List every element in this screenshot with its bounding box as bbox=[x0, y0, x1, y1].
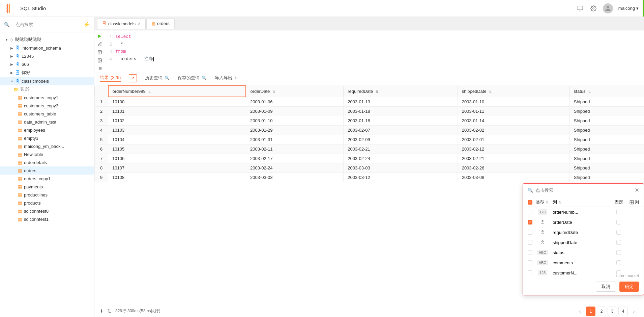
col-sel-row[interactable]: ✓ ⏱ orderDate bbox=[523, 217, 644, 227]
col-header-shippeddate[interactable]: shippedDate ⇅ bbox=[458, 86, 569, 97]
sidebar-item-productlines[interactable]: ▦ productlines bbox=[0, 191, 94, 199]
col-sel-close-button[interactable]: ✕ bbox=[635, 187, 639, 193]
bolt-icon[interactable]: ⚡ bbox=[83, 21, 90, 28]
pin-checkbox[interactable] bbox=[616, 260, 621, 265]
col-sel-row[interactable]: ABC comments bbox=[523, 258, 644, 268]
page-next-button[interactable]: › bbox=[629, 307, 639, 316]
code-editor[interactable]: 1234 select * from orders -- 注释 bbox=[94, 30, 644, 71]
avatar bbox=[603, 3, 613, 14]
confirm-button[interactable]: 确定 bbox=[619, 282, 639, 292]
download-icon[interactable]: ⬇ bbox=[100, 309, 104, 314]
col-sel-checkbox[interactable] bbox=[528, 230, 532, 235]
sidebar-item-classicmodels[interactable]: ▾ 🗄 classicmodels bbox=[0, 77, 94, 85]
sidebar-item-customers_table[interactable]: ▦ customers_table bbox=[0, 110, 94, 118]
sort-icon: ⇅ bbox=[376, 90, 378, 94]
table-icon: ▦ bbox=[18, 111, 22, 116]
result-tab-import[interactable]: 导入导出 ↻ bbox=[215, 75, 238, 82]
col-pin-cell[interactable] bbox=[612, 260, 625, 265]
result-tab-history[interactable]: 历史查询 🔍 bbox=[145, 75, 170, 82]
main-content: 🗄 classicmodels ✕ ▦ orders ▶ bbox=[94, 17, 644, 317]
col-sel-row[interactable]: ⏱ shippedDate bbox=[523, 237, 644, 247]
svg-rect-3 bbox=[98, 51, 101, 54]
page-prev-button[interactable]: ‹ bbox=[575, 307, 585, 316]
sidebar-item-nihao[interactable]: ▶ 🗄 你好 ··· bbox=[0, 68, 94, 77]
pin-checkbox[interactable] bbox=[616, 250, 621, 255]
code-content: select * from orders -- 注释 bbox=[115, 33, 644, 68]
pin-checkbox[interactable] bbox=[616, 240, 621, 245]
type-badge: ABC bbox=[537, 260, 548, 265]
col-pin-cell[interactable] bbox=[612, 230, 625, 235]
page-btn-3[interactable]: 3 bbox=[608, 307, 617, 316]
sidebar-item-NewTable[interactable]: ▦ NewTable bbox=[0, 150, 94, 158]
col-header-status[interactable]: status ⇅ bbox=[569, 86, 644, 97]
col-sel-row[interactable]: ABC status bbox=[523, 247, 644, 258]
sidebar-item-products[interactable]: ▦ products bbox=[0, 199, 94, 207]
sidebar-item-customers_copy1[interactable]: ▦ customers_copy1 bbox=[0, 94, 94, 102]
db-icon: 🗄 bbox=[15, 70, 20, 75]
col-header-orderdate[interactable]: orderDate ⇅ bbox=[246, 86, 343, 97]
table-icon: ▦ bbox=[18, 127, 22, 133]
expand-icon[interactable]: ↗ bbox=[129, 74, 137, 82]
col-sel-search-input[interactable] bbox=[536, 188, 632, 193]
col-pin-cell[interactable] bbox=[612, 250, 625, 255]
sidebar-item-orderdetails[interactable]: ▦ orderdetails bbox=[0, 158, 94, 166]
sidebar-item-employees[interactable]: ▦ employees bbox=[0, 126, 94, 134]
run-button[interactable]: ▶ bbox=[96, 33, 104, 38]
col-pin-cell[interactable] bbox=[612, 210, 625, 214]
col-pin-cell[interactable] bbox=[612, 220, 625, 224]
pin-checkbox[interactable] bbox=[616, 230, 621, 235]
sidebar-search-input[interactable] bbox=[12, 20, 81, 29]
sidebar-item-empty3[interactable]: ▦ empty3 bbox=[0, 134, 94, 142]
cell-orderdate: 2003-01-29 bbox=[246, 126, 343, 135]
sort-icon[interactable]: ⇅ bbox=[108, 309, 111, 314]
expand-arrow-icon: ▶ bbox=[9, 54, 14, 58]
tab-classicmodels[interactable]: 🗄 classicmodels ✕ bbox=[97, 18, 146, 29]
list-button[interactable] bbox=[96, 66, 104, 71]
col-header-requireddate[interactable]: requiredDate ⇅ bbox=[344, 86, 458, 97]
pin-checkbox[interactable] bbox=[616, 210, 621, 214]
sidebar-item-sqlconntest0[interactable]: ▦ sqlconntest0 bbox=[0, 207, 94, 215]
sidebar-item-information_schema[interactable]: ▶ 🗄 information_schema bbox=[0, 44, 94, 52]
close-icon[interactable]: ✕ bbox=[138, 22, 141, 26]
more-market-link[interactable]: more market bbox=[616, 273, 639, 278]
col-name: customerN... bbox=[553, 270, 609, 275]
col-header-ordernumber[interactable]: orderNumber999 ⇅ bbox=[108, 86, 246, 97]
sidebar-item-12345[interactable]: ▶ 🗄 12345 bbox=[0, 52, 94, 60]
pin-checkbox[interactable] bbox=[616, 220, 621, 224]
table-button[interactable] bbox=[96, 50, 104, 55]
settings-icon[interactable] bbox=[589, 4, 597, 12]
sidebar-item-orders[interactable]: ▦ orders bbox=[0, 166, 94, 175]
result-tab-saved[interactable]: 保存的查询 🔍 bbox=[178, 75, 207, 82]
col-sel-checkbox[interactable] bbox=[528, 210, 532, 214]
format-button[interactable] bbox=[96, 42, 104, 47]
cancel-button[interactable]: 取消 bbox=[596, 282, 616, 292]
sidebar-item-orders_copy1[interactable]: ▦ orders_copy1 bbox=[0, 175, 94, 183]
tab-orders[interactable]: ▦ orders bbox=[146, 18, 175, 29]
page-btn-4[interactable]: 4 bbox=[618, 307, 628, 316]
result-count: (326) bbox=[111, 75, 121, 80]
result-tab-results[interactable]: 结果 (326) bbox=[100, 75, 121, 82]
page-btn-1[interactable]: 1 bbox=[586, 307, 595, 316]
sidebar-item-data_admin_test[interactable]: ▦ data_admin_test bbox=[0, 118, 94, 126]
monitor-icon[interactable] bbox=[576, 4, 584, 12]
sidebar-root[interactable]: ▾ ◇ 哒哒哒哒哒哒 bbox=[0, 35, 94, 44]
cell-ordernumber: 10100 bbox=[108, 97, 246, 107]
sidebar-item-666[interactable]: ▶ 🗄 666 bbox=[0, 60, 94, 68]
col-sel-all-checkbox[interactable]: ✓ bbox=[528, 200, 532, 205]
page-btn-2[interactable]: 2 bbox=[597, 307, 606, 316]
col-sel-checkbox[interactable]: ✓ bbox=[528, 220, 532, 224]
col-pin-cell[interactable] bbox=[612, 240, 625, 245]
col-sel-checkbox[interactable] bbox=[528, 270, 532, 275]
sidebar-item-sqlconntest1[interactable]: ▦ sqlconntest1 bbox=[0, 215, 94, 223]
image-button[interactable] bbox=[96, 58, 104, 63]
sidebar-item-payments[interactable]: ▦ payments bbox=[0, 183, 94, 191]
col-sel-checkbox[interactable] bbox=[528, 260, 532, 265]
tables-group[interactable]: 📁 表 29 bbox=[0, 85, 94, 94]
col-sel-checkbox[interactable] bbox=[528, 250, 532, 255]
sidebar-item-customers_copy3[interactable]: ▦ customers_copy3 bbox=[0, 102, 94, 110]
col-sel-checkbox[interactable] bbox=[528, 240, 532, 245]
sidebar-item-maicong_ym_back[interactable]: ▦ maicong_ym_back... bbox=[0, 142, 94, 150]
username[interactable]: maicong ▾ bbox=[618, 6, 639, 11]
col-sel-row[interactable]: 123 orderNumb... bbox=[523, 207, 644, 217]
col-sel-row[interactable]: ⏱ requiredDate bbox=[523, 227, 644, 237]
